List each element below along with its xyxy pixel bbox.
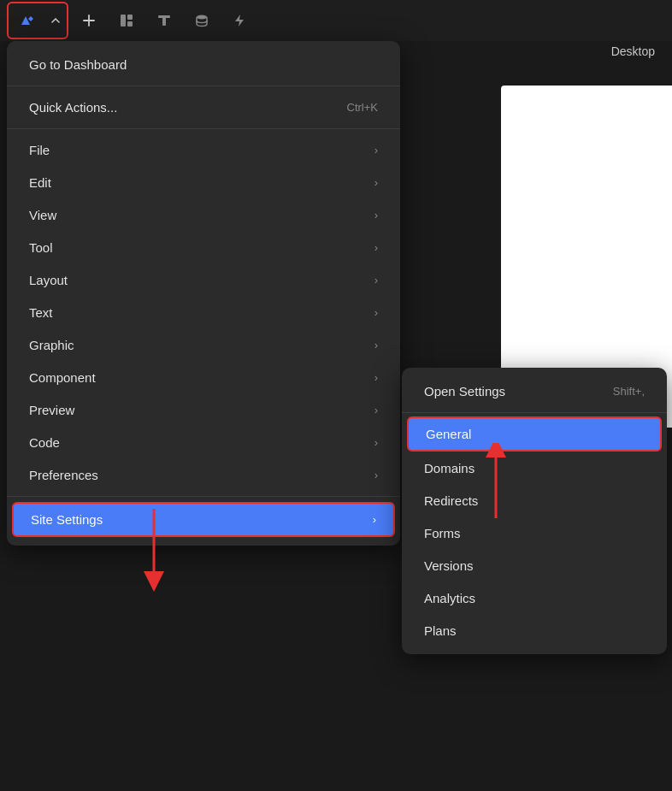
sub-menu-item-versions[interactable]: Versions	[407, 550, 662, 581]
chevron-right-icon: ›	[374, 209, 378, 221]
menu-item-go-to-dashboard[interactable]: Go to Dashboard	[12, 49, 395, 80]
toolbar	[0, 0, 672, 41]
svg-point-5	[197, 15, 207, 20]
menu-item-component[interactable]: Component ›	[12, 362, 395, 393]
sub-menu-divider	[402, 412, 667, 413]
chevron-up-button[interactable]	[46, 5, 65, 36]
sub-menu-settings: Open Settings Shift+, General Domains Re…	[402, 368, 667, 654]
chevron-right-icon: ›	[374, 306, 378, 319]
sub-menu-item-domains[interactable]: Domains	[407, 452, 662, 484]
menu-item-graphic[interactable]: Graphic ›	[12, 329, 395, 361]
chevron-right-icon: ›	[374, 339, 378, 351]
menu-item-site-settings[interactable]: Site Settings ›	[12, 502, 395, 537]
sub-menu-item-analytics[interactable]: Analytics	[407, 582, 662, 614]
menu-item-preferences[interactable]: Preferences ›	[12, 459, 395, 491]
chevron-right-icon: ›	[374, 371, 378, 384]
bolt-button[interactable]	[222, 5, 256, 36]
add-button[interactable]	[72, 5, 106, 36]
arrow-down-indicator	[133, 509, 175, 594]
menu-item-quick-actions[interactable]: Quick Actions... Ctrl+K	[12, 91, 395, 123]
database-button[interactable]	[185, 5, 219, 36]
chevron-right-icon: ›	[374, 469, 378, 481]
menu-item-preview[interactable]: Preview ›	[12, 394, 395, 426]
layout-button[interactable]	[109, 5, 144, 36]
menu-item-code[interactable]: Code ›	[12, 427, 395, 458]
main-menu: Go to Dashboard Quick Actions... Ctrl+K …	[7, 41, 400, 546]
logo-button-wrapper	[7, 2, 68, 39]
menu-item-text[interactable]: Text ›	[12, 297, 395, 328]
sub-menu-item-redirects[interactable]: Redirects	[407, 485, 662, 517]
arrow-up-indicator	[475, 443, 517, 520]
divider-1	[7, 86, 400, 86]
chevron-right-icon: ›	[374, 241, 378, 254]
sub-menu-item-forms[interactable]: Forms	[407, 517, 662, 549]
sub-menu-item-general[interactable]: General	[407, 416, 662, 452]
chevron-right-icon: ›	[374, 176, 378, 189]
sub-menu-open-settings[interactable]: Open Settings Shift+,	[407, 375, 662, 407]
chevron-right-icon: ›	[374, 144, 378, 156]
menu-item-file[interactable]: File ›	[12, 134, 395, 166]
divider-3	[7, 496, 400, 497]
logo-button[interactable]	[10, 5, 44, 36]
divider-2	[7, 128, 400, 129]
menu-item-tool[interactable]: Tool ›	[12, 232, 395, 263]
menu-item-edit[interactable]: Edit ›	[12, 167, 395, 198]
svg-rect-1	[127, 15, 133, 20]
chevron-right-icon: ›	[374, 404, 378, 416]
menu-item-layout[interactable]: Layout ›	[12, 264, 395, 296]
svg-rect-0	[121, 15, 126, 27]
chevron-right-icon: ›	[374, 274, 378, 286]
desktop-label: Desktop	[611, 44, 655, 58]
sub-menu-item-plans[interactable]: Plans	[407, 615, 662, 646]
chevron-right-icon: ›	[374, 436, 378, 449]
svg-rect-4	[162, 15, 166, 26]
menu-item-view[interactable]: View ›	[12, 199, 395, 231]
text-button[interactable]	[147, 5, 181, 36]
svg-rect-2	[127, 21, 133, 27]
chevron-right-icon: ›	[373, 513, 376, 526]
